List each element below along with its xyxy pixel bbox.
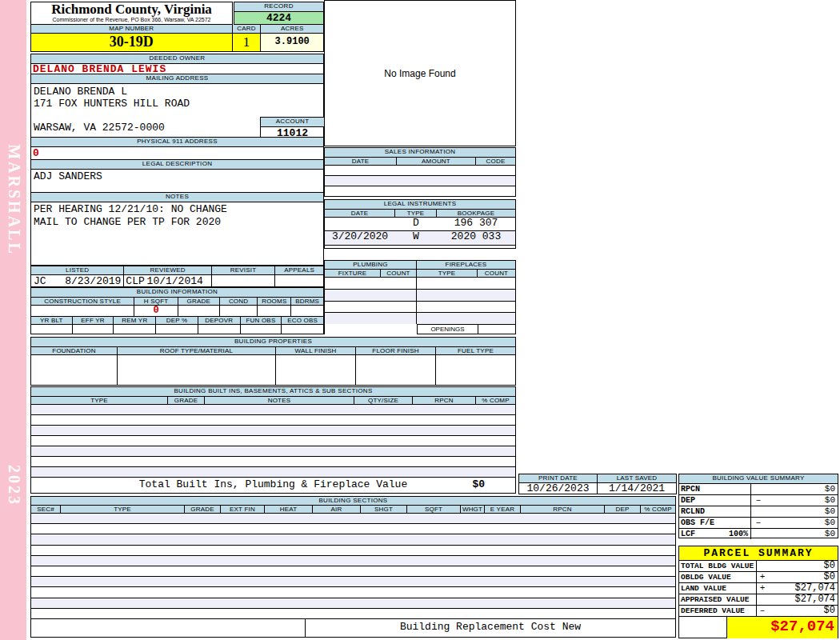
- map-number-value: 30-19D: [31, 34, 233, 51]
- county-title: Richmond County, Virginia: [31, 2, 232, 17]
- depovr-label: DEPOVR: [198, 317, 241, 325]
- parcel-row-op: [757, 594, 768, 605]
- parcel-row-label: LAND VALUE: [679, 583, 757, 594]
- grade-value: [178, 306, 220, 316]
- empty-row: [31, 534, 675, 544]
- fireplace-count-label: COUNT: [478, 270, 515, 278]
- empty-row: [31, 566, 675, 576]
- bvs-row-op: [751, 506, 766, 517]
- empty-row: [31, 425, 515, 435]
- acres-value: 3.9100: [261, 34, 323, 51]
- physical-address-value: 0: [31, 147, 323, 159]
- empty-row: [31, 456, 515, 466]
- bdrms-value: [291, 306, 323, 316]
- commissioner-line: Commissioner of the Revenue, PO Box 366,…: [31, 17, 232, 23]
- fixture-label: FIXTURE: [325, 270, 381, 278]
- building-value-summary-section: BUILDING VALUE SUMMARY RPCN $0 DEP – $0 …: [678, 474, 838, 538]
- parcel-row-op: [757, 561, 768, 571]
- empty-row: [31, 555, 675, 566]
- effyr-value: [73, 325, 114, 334]
- fireplace-rows: [417, 278, 515, 324]
- sec-col-label: WHGT: [461, 506, 485, 514]
- empty-row: [325, 245, 515, 248]
- rooms-label: ROOMS: [258, 298, 291, 306]
- bvs-row-value: $0: [766, 506, 838, 517]
- bvs-row: RPCN $0: [679, 484, 838, 494]
- deeded-owner-value: DELANO BRENDA LEWIS: [31, 64, 323, 75]
- sec-col-label: TYPE: [61, 506, 185, 514]
- built-ins-total-label: Total Built Ins, Plumbing & Fireplace Va…: [31, 478, 515, 492]
- instrument-type: W: [395, 231, 437, 244]
- roof-type-value: [118, 355, 276, 385]
- bvs-row-value: $0: [766, 484, 838, 494]
- taxable-value: $27,074: [727, 617, 838, 638]
- print-date-value: 10/26/2023: [519, 483, 598, 494]
- empty-row: [417, 278, 515, 289]
- bvs-row-value: $0: [766, 518, 838, 528]
- plumbing-rows: [325, 278, 417, 324]
- empty-row: [31, 523, 675, 534]
- parcel-row-op: +: [757, 572, 768, 582]
- fixture-count-label: COUNT: [381, 270, 417, 278]
- builtin-type-label: TYPE: [31, 397, 168, 405]
- sec-col-label: E YEAR: [485, 506, 521, 514]
- construction-style-label: CONSTRUCTION STYLE: [31, 298, 134, 306]
- vendor-year-strip: [0, 0, 26, 640]
- empty-row: [31, 466, 515, 477]
- empty-row: [325, 278, 416, 289]
- legal-description-label: LEGAL DESCRIPTION: [31, 160, 323, 170]
- review-section: LISTED REVIEWED REVISIT APPEALS JC 8/23/…: [30, 266, 324, 287]
- builtin-comp-label: % COMP: [476, 397, 515, 405]
- builtin-rpcn-label: RPCN: [413, 397, 476, 405]
- legal-description-section: LEGAL DESCRIPTION ADJ SANDERS: [30, 160, 324, 193]
- taxable-label-line1: TAXABLE: [679, 636, 726, 638]
- parcel-row-op: +: [757, 583, 768, 594]
- ecoobs-value: [282, 325, 323, 334]
- instrument-row: D 196 307: [325, 218, 515, 230]
- listed-cell: JC 8/23/2019: [31, 275, 124, 287]
- mailing-line-2: 171 FOX HUNTERS HILL ROAD: [31, 98, 323, 110]
- record-box: RECORD 4224: [234, 2, 324, 25]
- taxable-label: TAXABLE VALUE: [679, 617, 727, 638]
- builtin-notes-label: NOTES: [205, 397, 354, 405]
- sales-information-section: SALES INFORMATION DATE AMOUNT CODE: [324, 147, 516, 197]
- fireplace-type-label: TYPE: [417, 270, 478, 278]
- bvs-row: OBS F/E – $0: [679, 517, 838, 528]
- print-date-label: PRINT DATE: [519, 474, 598, 483]
- plumbing-fireplaces-section: PLUMBING FIREPLACES FIXTURE COUNT TYPE C…: [324, 260, 516, 334]
- reviewed-date: 10/1/2014: [147, 275, 203, 287]
- remyr-label: REM YR: [114, 317, 156, 325]
- hsqft-value: 0: [134, 306, 178, 316]
- yrblt-value: [31, 325, 73, 334]
- bvs-row-label: RCLND: [679, 506, 751, 517]
- openings-label: OPENINGS: [418, 325, 478, 334]
- sec-col-label: % COMP: [641, 506, 675, 514]
- bvs-row-value: $0: [766, 529, 838, 539]
- reviewed-by: CLP: [126, 275, 144, 287]
- vendor-name-vertical: MARSHALL: [5, 144, 23, 256]
- floor-finish-label: FLOOR FINISH: [356, 347, 436, 355]
- empty-row: [417, 312, 515, 324]
- instrument-row: 3/20/2020 W 2020 033: [325, 230, 515, 244]
- acres-label: ACRES: [261, 25, 323, 34]
- county-header-box: Richmond County, Virginia Commissioner o…: [30, 2, 233, 25]
- record-value: 4224: [234, 12, 323, 24]
- grade-label: GRADE: [178, 298, 220, 306]
- parcel-row-label: OBLDG VALUE: [679, 572, 757, 582]
- taxable-row: TAXABLE VALUE $27,074: [679, 616, 838, 638]
- empty-row: [417, 289, 515, 301]
- empty-row: [31, 576, 675, 586]
- revisit-cell: [212, 275, 276, 287]
- bvs-row-op: –: [751, 495, 766, 506]
- parcel-row-value: $0: [768, 606, 838, 616]
- bvs-row-label: LCF: [681, 529, 695, 539]
- parcel-row: OBLDG VALUE + $0: [679, 571, 838, 582]
- sec-col-label: HEAT: [265, 506, 313, 514]
- bvs-row: LCF 100% $0: [679, 528, 838, 539]
- card-value: 1: [233, 34, 262, 51]
- sec-col-label: EXT FIN: [221, 506, 265, 514]
- fuel-type-value: [436, 355, 515, 385]
- sec-col-label: GRADE: [185, 506, 221, 514]
- parcel-summary-section: PARCEL SUMMARY TOTAL BLDG VALUE $0 OBLDG…: [678, 546, 838, 638]
- tax-year-vertical: 2023: [5, 465, 23, 506]
